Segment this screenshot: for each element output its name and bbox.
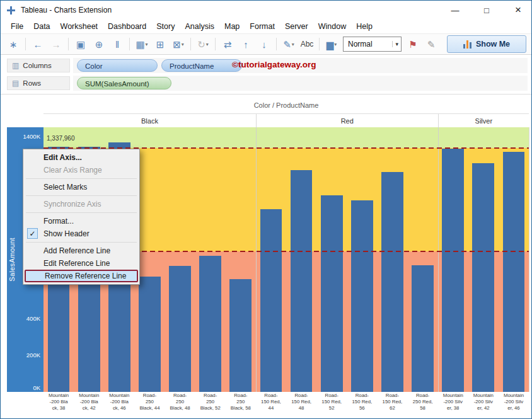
menu-item-show-header[interactable]: ✓Show Header	[25, 227, 138, 240]
x-axis-label: Road- 150 Red, 52	[316, 393, 347, 411]
y-tick: 0K	[33, 385, 40, 391]
menu-help[interactable]: Help	[351, 21, 378, 32]
add-datasource-icon[interactable]: ⊕	[90, 37, 108, 52]
menu-server[interactable]: Server	[280, 21, 313, 32]
duplicate-sheet-icon[interactable]: ⊞	[151, 37, 169, 52]
bar-mark[interactable]	[472, 163, 494, 392]
pill-color[interactable]: Color	[77, 59, 158, 72]
start-page-icon[interactable]: ∗	[4, 37, 22, 52]
bar-mark[interactable]	[229, 279, 252, 392]
menu-data[interactable]: Data	[28, 21, 55, 32]
columns-shelf-track[interactable]: ©tutorialgateway.org ColorProductName	[73, 58, 528, 73]
menu-item-select-marks[interactable]: Select Marks	[25, 181, 138, 193]
sort-descending-icon[interactable]: ↓	[255, 37, 273, 52]
rows-shelf[interactable]: ▤ Rows	[7, 76, 70, 90]
clear-sheet-icon-glyph: ⊠	[173, 40, 181, 49]
menu-item-add-reference-line[interactable]: Add Reference Line	[25, 244, 138, 257]
x-axis-label: Mountain -200 Bla ck, 46	[104, 393, 134, 411]
toolbar-separator	[319, 38, 320, 50]
pill-productname[interactable]: ProductName	[161, 59, 242, 72]
maximize-button[interactable]: □	[473, 1, 500, 20]
pause-updates-icon[interactable]: ‖	[108, 37, 126, 52]
show-mark-labels-icon[interactable]: Abc	[298, 37, 316, 52]
presentation-pen-icon[interactable]: ✎	[422, 37, 440, 52]
y-tick: 1400K	[23, 134, 40, 140]
fit-icon[interactable]: ▆▾	[323, 37, 340, 52]
x-axis-label: Mountain -200 Bla ck, 42	[74, 393, 104, 411]
chevron-down-icon: ▾	[206, 42, 209, 47]
highlight-icon-glyph: ✎	[283, 40, 291, 49]
toolbar-separator	[129, 38, 130, 50]
bar-mark[interactable]	[169, 266, 191, 392]
x-axis-label: Mountain -200 Silv er, 38	[438, 393, 468, 411]
x-axis-label: Road- 250 Black, 52	[195, 393, 226, 411]
menu-format[interactable]: Format	[245, 21, 280, 32]
pill-sum-salesamount[interactable]: SUM(SalesAmount)	[77, 77, 171, 89]
duplicate-sheet-icon-glyph: ⊞	[156, 40, 165, 49]
show-me-button[interactable]: Show Me	[447, 35, 526, 53]
menu-file[interactable]: File	[6, 21, 28, 32]
column-header-red[interactable]: Red	[256, 114, 438, 127]
bar-slot	[195, 127, 226, 392]
bar-mark[interactable]	[321, 195, 343, 392]
x-axis-labels: Mountain -200 Bla ck, 38Mountain -200 Bl…	[43, 393, 529, 411]
minimize-button[interactable]: —	[442, 1, 468, 20]
save-icon[interactable]: ▣	[72, 37, 90, 52]
menu-item-edit-axis[interactable]: Edit Axis...	[25, 151, 138, 164]
x-axis-label: Mountain -200 Silv er, 46	[499, 393, 529, 411]
swap-rows-columns-icon[interactable]: ⇄	[219, 37, 236, 52]
bar-mark[interactable]	[139, 277, 161, 392]
menu-item-synchronize-axis: Synchronize Axis	[25, 198, 138, 210]
menu-window[interactable]: Window	[313, 21, 351, 32]
column-header-silver[interactable]: Silver	[438, 114, 529, 127]
toolbar-icon-group: ∗←→▣⊕‖▦▾⊞⊠▾↻▾⇄↑↓✎▾Abc▆▾	[4, 37, 340, 52]
bar-mark[interactable]	[199, 256, 221, 392]
x-axis-label: Road- 150 Red, 56	[347, 393, 377, 411]
menu-item-format[interactable]: Format...	[25, 215, 138, 227]
view-mode-dropdown[interactable]: Normal ▾	[343, 37, 402, 52]
menu-analysis[interactable]: Analysis	[180, 21, 219, 32]
reference-line-label: 1,337,960	[47, 135, 75, 142]
redo-icon[interactable]: →	[47, 37, 65, 52]
toolbar-separator	[190, 38, 191, 50]
toolbar-separator	[68, 38, 69, 50]
bar-slot	[226, 127, 256, 392]
bar-mark[interactable]	[503, 152, 525, 392]
menu-worksheet[interactable]: Worksheet	[55, 21, 103, 32]
bar-mark[interactable]	[412, 265, 434, 392]
column-header-black[interactable]: Black	[43, 114, 256, 127]
chart-title: Color / ProductName	[43, 101, 529, 109]
clear-sheet-icon[interactable]: ⊠▾	[170, 37, 187, 52]
new-worksheet-icon-glyph: ▦	[136, 40, 144, 49]
rows-shelf-track[interactable]: SUM(SalesAmount)	[73, 76, 528, 91]
sort-ascending-icon-glyph: ↑	[243, 40, 248, 49]
chevron-down-icon: ▾	[334, 42, 337, 47]
x-axis-label: Mountain -200 Bla ck, 38	[43, 393, 74, 411]
x-axis-label: Road- 250 Black, 48	[165, 393, 195, 411]
bar-mark[interactable]	[381, 172, 403, 392]
bar-slot	[286, 127, 316, 392]
refresh-icon[interactable]: ↻▾	[194, 37, 212, 52]
pane-divider	[256, 127, 257, 392]
bar-mark[interactable]	[260, 209, 282, 392]
highlight-icon[interactable]: ✎▾	[280, 37, 298, 52]
swap-rows-columns-icon-glyph: ⇄	[224, 40, 232, 49]
bar-mark[interactable]	[291, 170, 313, 392]
menu-dashboard[interactable]: Dashboard	[103, 21, 151, 32]
pin-icon[interactable]: ⚑	[404, 37, 422, 52]
menu-item-edit-reference-line[interactable]: Edit Reference Line	[25, 257, 138, 270]
undo-icon[interactable]: ←	[29, 37, 47, 52]
rows-shelf-row: ▤ Rows SUM(SalesAmount)	[7, 76, 528, 91]
undo-icon-glyph: ←	[33, 40, 43, 49]
menu-item-remove-reference-line[interactable]: Remove Reference Line	[25, 270, 138, 282]
menu-story[interactable]: Story	[151, 21, 180, 32]
menu-map[interactable]: Map	[219, 21, 245, 32]
y-axis-title: SalesAmount	[8, 127, 16, 392]
close-button[interactable]: ×	[505, 1, 531, 20]
sort-ascending-icon[interactable]: ↑	[237, 37, 255, 52]
bar-mark[interactable]	[351, 200, 373, 392]
y-tick: 200K	[26, 352, 40, 359]
new-worksheet-icon[interactable]: ▦▾	[133, 37, 151, 52]
columns-shelf[interactable]: ▥ Columns	[7, 59, 70, 72]
bar-mark[interactable]	[442, 149, 464, 392]
